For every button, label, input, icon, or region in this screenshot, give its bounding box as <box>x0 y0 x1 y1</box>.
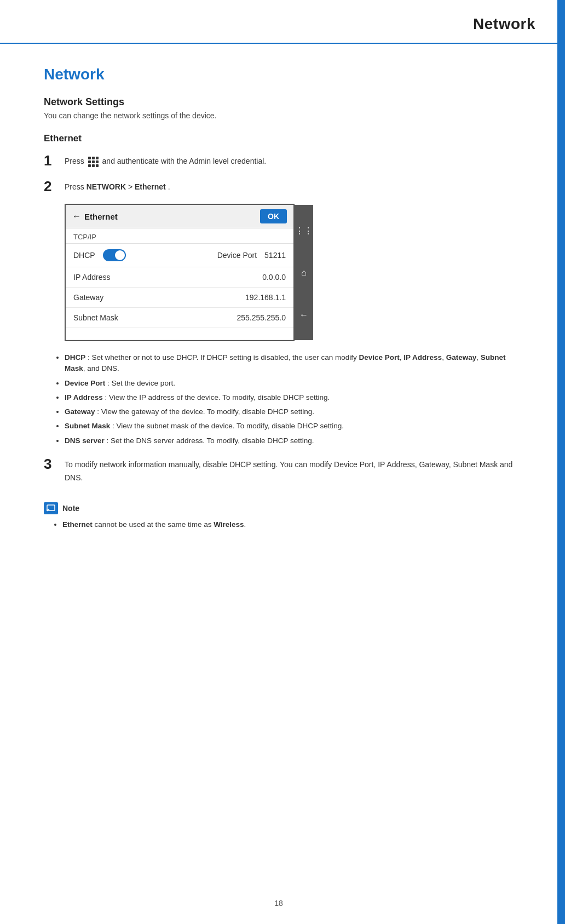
bullet-dhcp-dns: DNS <box>102 364 118 372</box>
step-3-dns: DNS <box>65 473 81 482</box>
screen-body: TCP/IP DHCP Device Port 51211 <box>66 228 293 340</box>
bullet-list: DHCP : Set whether or not to use DHCP. I… <box>65 352 514 446</box>
subnet-mask-value: 255.255.255.0 <box>237 313 286 322</box>
screen-right-sidebar: ⋮⋮ ⌂ ← <box>295 205 313 340</box>
screen-ok-button[interactable]: OK <box>260 209 287 223</box>
bullet-dns-text: : Set the DNS server address. To modify,… <box>107 437 314 445</box>
screen-subnet-row: Subnet Mask 255.255.255.0 <box>66 308 293 328</box>
step-1-number: 1 <box>44 153 65 169</box>
screen-header: ← Ethernet OK <box>66 205 293 228</box>
empty-row <box>66 328 293 340</box>
step-3-device-port: Device Port <box>334 460 373 469</box>
bullet-ip-term: IP Address <box>65 393 103 401</box>
ip-address-label: IP Address <box>73 273 110 282</box>
note-wireless-term: Wireless <box>214 520 244 529</box>
bullet-gateway: Gateway : View the gateway of the device… <box>65 406 514 417</box>
step-1-suffix: and authenticate with the Admin level cr… <box>102 157 267 165</box>
page-number: 18 <box>0 899 557 908</box>
note-svg <box>47 504 55 512</box>
screen-back: ← Ethernet <box>72 211 118 221</box>
section-description: You can change the network settings of t… <box>44 111 514 120</box>
bullet-device-port-term: Device Port <box>65 379 105 387</box>
note-label: Note <box>62 504 79 513</box>
section-subtitle: Network Settings <box>44 96 514 108</box>
back-arrow-icon: ← <box>72 211 81 221</box>
screen-ip-row: IP Address 0.0.0.0 <box>66 267 293 288</box>
step-2-prefix: Press <box>65 182 87 191</box>
sidebar-grid-icon: ⋮⋮ <box>295 226 313 236</box>
gateway-value: 192.168.1.1 <box>245 293 286 302</box>
step-2-network: NETWORK <box>87 182 126 191</box>
dhcp-row-right: Device Port 51211 <box>217 251 286 260</box>
bullet-dhcp: DHCP : Set whether or not to use DHCP. I… <box>65 352 514 375</box>
sidebar-back-icon: ← <box>299 310 308 320</box>
right-accent-bar <box>557 0 565 924</box>
bullet-dhcp-device-port: Device Port <box>359 353 400 361</box>
ip-address-value: 0.0.0.0 <box>262 273 286 282</box>
bullet-device-port: Device Port : Set the device port. <box>65 378 514 389</box>
bullet-subnet-term: Subnet Mask <box>65 422 110 430</box>
bullet-ip-address: IP Address : View the IP address of the … <box>65 392 514 403</box>
step-1: 1 Press and authenticate with the Admin … <box>44 153 514 169</box>
note-ethernet-term: Ethernet <box>62 520 93 529</box>
screen-dhcp-row: DHCP Device Port 51211 <box>66 244 293 267</box>
note-icon <box>44 502 58 514</box>
subsection-heading: Ethernet <box>44 133 514 144</box>
dhcp-toggle[interactable] <box>103 249 126 261</box>
bullet-gateway-term: Gateway <box>65 408 95 416</box>
bullet-dhcp-term: DHCP <box>65 353 85 361</box>
step-3-and: and <box>500 460 512 469</box>
step-2-ethernet: Ethernet <box>135 182 166 191</box>
screen-mockup: ← Ethernet OK TCP/IP DHCP <box>65 204 295 341</box>
screen-gateway-row: Gateway 192.168.1.1 <box>66 288 293 308</box>
note-box: Note Ethernet cannot be used at the same… <box>44 502 514 531</box>
note-ethernet-text: cannot be used at the same time as <box>95 520 214 529</box>
header-title: Network <box>473 15 535 33</box>
step-2-suffix: . <box>168 182 170 191</box>
step-3-content: To modify network information manually, … <box>65 456 514 485</box>
device-port-value: 51211 <box>264 251 286 260</box>
bullet-ip-text: : View the IP address of the device. To … <box>105 393 330 401</box>
step-2: 2 Press NETWORK > Ethernet . <box>44 179 514 194</box>
step-1-prefix: Press <box>65 157 87 165</box>
subnet-mask-label: Subnet Mask <box>73 313 118 322</box>
step-3: 3 To modify network information manually… <box>44 456 514 485</box>
step-2-content: Press NETWORK > Ethernet . <box>65 179 170 193</box>
step-3-number: 3 <box>44 456 65 472</box>
page-header: Network <box>0 0 557 44</box>
note-list: Ethernet cannot be used at the same time… <box>62 519 514 531</box>
step-2-sep: > <box>128 182 135 191</box>
dhcp-row-left: DHCP <box>73 249 126 261</box>
sidebar-home-icon: ⌂ <box>301 268 307 278</box>
dhcp-label: DHCP <box>73 251 95 260</box>
main-content: Network Network Settings You can change … <box>0 44 557 563</box>
note-header: Note <box>44 502 514 514</box>
bullet-gateway-text: : View the gateway of the device. To mod… <box>97 408 314 416</box>
bullet-dhcp-ip: IP Address <box>403 353 442 361</box>
toggle-knob <box>115 250 125 260</box>
step-3-text: To modify network information manually, … <box>65 460 334 469</box>
step-3-ip: IP Address <box>378 460 414 469</box>
screen-title: Ethernet <box>84 212 118 221</box>
bullet-dhcp-gateway: Gateway <box>446 353 477 361</box>
step-3-gateway: Gateway <box>419 460 448 469</box>
bullet-subnet-mask: Subnet Mask : View the subnet mask of th… <box>65 421 514 432</box>
grid-icon <box>87 157 102 165</box>
step-2-number: 2 <box>44 179 65 194</box>
screen-tcpip-label: TCP/IP <box>66 228 293 244</box>
gateway-label: Gateway <box>73 293 103 302</box>
step-1-content: Press and authenticate with the Admin le… <box>65 153 266 167</box>
section-title: Network <box>44 66 514 83</box>
bullet-dns-term: DNS server <box>65 437 105 445</box>
device-port-label: Device Port <box>217 251 257 260</box>
bullet-subnet-text: : View the subnet mask of the device. To… <box>112 422 344 430</box>
step-3-subnet: Subnet Mask <box>453 460 498 469</box>
bullet-dhcp-text: : Set whether or not to use DHCP. If DHC… <box>88 353 359 361</box>
note-item-ethernet: Ethernet cannot be used at the same time… <box>62 519 514 531</box>
bullet-device-port-text: : Set the device port. <box>107 379 175 387</box>
bullet-dns-server: DNS server : Set the DNS server address.… <box>65 435 514 446</box>
screen-mockup-wrapper: ← Ethernet OK TCP/IP DHCP <box>44 204 514 341</box>
